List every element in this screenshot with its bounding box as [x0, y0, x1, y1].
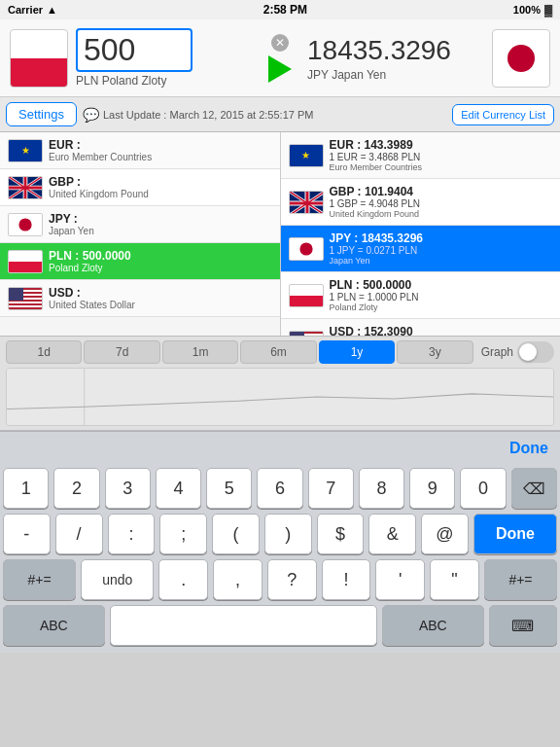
- key-4[interactable]: 4: [156, 468, 201, 509]
- list-item[interactable]: GBP : 101.9404 1 GBP = 4.9048 PLN United…: [281, 179, 561, 226]
- gbp-flag-r: [289, 191, 324, 214]
- arrow-section: ✕: [261, 34, 299, 83]
- key-6[interactable]: 6: [257, 468, 302, 509]
- list-item[interactable]: JPY : 18435.3296 1 JPY = 0.0271 PLN Japa…: [281, 226, 561, 272]
- update-info: 💬 Last Update : March 12, 2015 at 2:55:1…: [83, 107, 446, 123]
- key-2[interactable]: 2: [53, 468, 99, 509]
- currency-name: Poland Zloty: [330, 302, 553, 312]
- tab-1m[interactable]: 1m: [162, 340, 238, 364]
- key-quote[interactable]: ": [430, 559, 479, 600]
- currency-code: GBP :: [49, 175, 272, 189]
- done-toolbar-button[interactable]: Done: [509, 440, 548, 457]
- jpy-flag-r: [289, 237, 324, 261]
- tab-6m[interactable]: 6m: [240, 340, 316, 364]
- key-space[interactable]: [110, 605, 378, 646]
- toggle-knob: [519, 343, 537, 361]
- key-8[interactable]: 8: [359, 468, 404, 509]
- rate-text: 1 GBP = 4.9048 PLN: [330, 198, 553, 209]
- from-flag: [10, 29, 68, 88]
- item-text: EUR : 143.3989 1 EUR = 3.4868 PLN Euro M…: [330, 138, 553, 172]
- delete-key[interactable]: ⌫: [511, 468, 557, 509]
- bottom-row: ABC ABC ⌨: [3, 605, 557, 646]
- currency-code: EUR :: [49, 138, 272, 152]
- list-item[interactable]: GBP : United Kingdom Pound: [0, 169, 280, 206]
- key-semicolon[interactable]: ;: [159, 514, 207, 554]
- key-keyboard[interactable]: ⌨: [489, 605, 557, 646]
- status-bar: Carrier ▲ 2:58 PM 100% ▓: [0, 0, 560, 19]
- gbp-flag: [8, 176, 43, 199]
- key-toggle-symbols[interactable]: #+=: [3, 559, 76, 600]
- key-apostrophe[interactable]: ': [375, 559, 425, 600]
- item-text: GBP : United Kingdom Pound: [49, 175, 272, 199]
- key-at[interactable]: @: [421, 514, 469, 554]
- key-1[interactable]: 1: [3, 468, 49, 509]
- toolbar: Settings 💬 Last Update : March 12, 2015 …: [0, 97, 560, 132]
- update-label: Last Update : March 12, 2015 at 2:55:17 …: [103, 109, 313, 121]
- list-item[interactable]: ★ EUR : Euro Member Countries: [0, 132, 280, 169]
- key-colon[interactable]: :: [108, 514, 156, 554]
- right-currency-list: ★ EUR : 143.3989 1 EUR = 3.4868 PLN Euro…: [281, 132, 561, 336]
- item-text: JPY : 18435.3296 1 JPY = 0.0271 PLN Japa…: [330, 231, 553, 266]
- currency-name: Euro Member Countries: [49, 152, 272, 162]
- usd-flag: [8, 287, 43, 310]
- key-7[interactable]: 7: [308, 468, 354, 509]
- key-0[interactable]: 0: [460, 468, 506, 509]
- done-key[interactable]: Done: [473, 514, 557, 554]
- currency-code: USD : 152.3090: [330, 325, 553, 336]
- list-item[interactable]: JPY : Japan Yen: [0, 206, 280, 243]
- key-closeparen[interactable]: ): [264, 514, 312, 554]
- key-ampersand[interactable]: &: [368, 514, 416, 554]
- chat-icon: 💬: [83, 107, 99, 123]
- rate-text: 1 PLN = 1.0000 PLN: [330, 292, 553, 302]
- key-period[interactable]: .: [158, 559, 208, 600]
- currency-code: EUR : 143.3989: [330, 138, 553, 152]
- converter-header: PLN Poland Zloty ✕ 18435.3296 JPY Japan …: [0, 19, 560, 97]
- currency-name: Poland Zloty: [49, 263, 272, 273]
- key-abc2[interactable]: ABC: [382, 605, 484, 646]
- key-comma[interactable]: ,: [213, 559, 262, 600]
- list-item[interactable]: USD : United States Dollar: [0, 280, 280, 317]
- list-item[interactable]: USD : 152.3090 1 USD = 3.2828 PLN United…: [281, 319, 561, 336]
- carrier-label: Carrier: [8, 4, 43, 16]
- tab-3y[interactable]: 3y: [397, 340, 472, 364]
- settings-button[interactable]: Settings: [6, 102, 77, 126]
- tab-7d[interactable]: 7d: [84, 340, 159, 364]
- item-text: PLN : 500.0000 1 PLN = 1.0000 PLN Poland…: [330, 278, 553, 312]
- key-abc[interactable]: ABC: [3, 605, 105, 646]
- result-section: 18435.3296 JPY Japan Yen: [299, 35, 492, 82]
- key-dollar[interactable]: $: [317, 514, 365, 554]
- graph-toggle-switch[interactable]: [517, 341, 554, 363]
- battery-icon: ▓: [544, 4, 552, 16]
- key-toggle-symbols2[interactable]: #+=: [484, 559, 557, 600]
- amount-input[interactable]: [76, 28, 192, 72]
- svg-rect-19: [9, 309, 43, 310]
- eur-flag-r: ★: [289, 144, 324, 167]
- key-openparen[interactable]: (: [212, 514, 260, 554]
- key-slash[interactable]: /: [55, 514, 103, 554]
- list-item[interactable]: PLN : 500.0000 1 PLN = 1.0000 PLN Poland…: [281, 272, 561, 319]
- list-item[interactable]: ★ EUR : 143.3989 1 EUR = 3.4868 PLN Euro…: [281, 132, 561, 179]
- rate-text: 1 JPY = 0.0271 PLN: [330, 245, 553, 256]
- clear-button[interactable]: ✕: [271, 34, 289, 52]
- svg-point-1: [508, 45, 535, 72]
- pln-flag: [8, 250, 43, 273]
- list-item[interactable]: PLN : 500.0000 Poland Zloty: [0, 243, 280, 280]
- currency-code: PLN : 500.0000: [330, 278, 553, 292]
- key-undo[interactable]: undo: [81, 559, 154, 600]
- key-9[interactable]: 9: [409, 468, 455, 509]
- svg-rect-20: [9, 288, 23, 301]
- tab-1d[interactable]: 1d: [6, 340, 82, 364]
- currency-name: Japan Yen: [49, 226, 272, 236]
- currency-name: United Kingdom Pound: [49, 189, 272, 199]
- edit-currency-button[interactable]: Edit Currency List: [452, 104, 554, 125]
- from-section: PLN Poland Zloty: [68, 28, 261, 88]
- key-3[interactable]: 3: [105, 468, 151, 509]
- key-question[interactable]: ?: [267, 559, 317, 600]
- key-5[interactable]: 5: [206, 468, 252, 509]
- time-label: 2:58 PM: [263, 3, 307, 17]
- item-text: GBP : 101.9404 1 GBP = 4.9048 PLN United…: [330, 185, 553, 219]
- key-exclaim[interactable]: !: [322, 559, 371, 600]
- currency-lists: ★ EUR : Euro Member Countries: [0, 132, 560, 337]
- tab-1y[interactable]: 1y: [319, 340, 395, 364]
- key-minus[interactable]: -: [3, 514, 51, 554]
